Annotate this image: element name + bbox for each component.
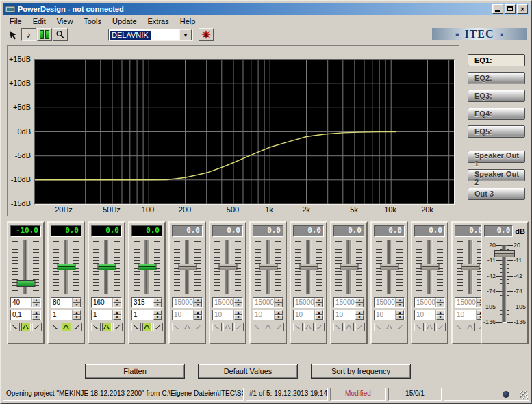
bell-filter-button[interactable] <box>264 323 273 331</box>
menu-tools[interactable]: Tools <box>78 16 107 27</box>
lowpass-filter-button[interactable] <box>91 323 101 331</box>
eq-select-out-3[interactable]: Out 3 <box>468 188 525 200</box>
spin-down-icon[interactable]: ▼ <box>194 303 202 307</box>
q-spinner[interactable]: 10 ▲ ▼ <box>414 310 445 320</box>
gain-slider[interactable] <box>292 238 325 296</box>
highpass-filter-button[interactable] <box>275 323 284 331</box>
bell-filter-button[interactable] <box>142 323 152 331</box>
spin-up-icon[interactable]: ▲ <box>153 298 162 303</box>
lowpass-filter-button[interactable] <box>414 323 424 331</box>
slider-thumb[interactable] <box>178 264 197 270</box>
eq-select-eq1[interactable]: EQ1: <box>468 54 525 66</box>
gain-slider[interactable] <box>414 238 446 296</box>
title-bar[interactable]: PowerDesign - not connected × <box>3 3 529 15</box>
frequency-spinner[interactable]: 15000 ▲ ▼ <box>212 297 243 308</box>
highpass-filter-button[interactable] <box>73 323 82 331</box>
spin-down-icon[interactable]: ▼ <box>436 315 444 320</box>
frequency-spinner[interactable]: 15000 ▲ ▼ <box>414 297 445 308</box>
lowpass-filter-button[interactable] <box>172 323 181 331</box>
highpass-filter-button[interactable] <box>355 323 365 331</box>
connect-button[interactable] <box>199 28 214 41</box>
q-spinner[interactable]: 1 ▲ ▼ <box>131 310 162 320</box>
pointer-tool-button[interactable] <box>5 28 21 41</box>
spin-up-icon[interactable]: ▲ <box>113 298 121 303</box>
slider-thumb[interactable] <box>138 264 156 270</box>
bell-filter-button[interactable] <box>21 323 31 331</box>
bell-filter-button[interactable] <box>466 323 475 331</box>
slider-thumb[interactable] <box>461 264 479 270</box>
spin-down-icon[interactable]: ▼ <box>234 315 242 320</box>
bell-filter-button[interactable] <box>425 323 435 331</box>
spin-down-icon[interactable]: ▼ <box>275 303 283 307</box>
eq-select-eq3[interactable]: EQ3: <box>468 90 525 102</box>
pause-button[interactable] <box>37 28 52 41</box>
combo-dropdown-icon[interactable]: ▼ <box>179 29 192 40</box>
menu-file[interactable]: File <box>4 16 27 27</box>
spin-up-icon[interactable]: ▲ <box>73 298 81 303</box>
spin-down-icon[interactable]: ▼ <box>396 315 404 320</box>
spin-down-icon[interactable]: ▼ <box>234 303 242 307</box>
q-spinner[interactable]: 0,1 ▲ ▼ <box>10 310 41 320</box>
spin-up-icon[interactable]: ▲ <box>32 310 40 315</box>
eq-select-speaker-out-2[interactable]: Speaker Out 2 <box>468 169 525 181</box>
bell-filter-button[interactable] <box>304 323 314 331</box>
highpass-filter-button[interactable] <box>436 323 446 331</box>
bell-filter-button[interactable] <box>344 323 354 331</box>
highpass-filter-button[interactable] <box>396 323 405 331</box>
lowpass-filter-button[interactable] <box>51 323 60 331</box>
gain-slider[interactable] <box>50 238 82 296</box>
spin-down-icon[interactable]: ▼ <box>153 303 162 307</box>
spin-down-icon[interactable]: ▼ <box>396 303 404 307</box>
highpass-filter-button[interactable] <box>315 323 325 331</box>
frequency-spinner[interactable]: 160 ▲ ▼ <box>91 297 122 308</box>
slider-thumb[interactable] <box>259 264 277 270</box>
spin-up-icon[interactable]: ▲ <box>194 310 202 315</box>
gain-slider[interactable] <box>90 238 123 296</box>
q-spinner[interactable]: 1 ▲ ▼ <box>91 310 122 320</box>
default-values-button[interactable]: Default Values <box>198 364 298 379</box>
frequency-spinner[interactable]: 315 ▲ ▼ <box>131 297 162 308</box>
highpass-filter-button[interactable] <box>113 323 123 331</box>
master-thumb[interactable] <box>494 250 515 257</box>
spin-up-icon[interactable]: ▲ <box>396 298 404 303</box>
highpass-filter-button[interactable] <box>194 323 203 331</box>
gain-slider[interactable] <box>373 238 405 296</box>
spin-down-icon[interactable]: ▼ <box>355 315 364 320</box>
highpass-filter-button[interactable] <box>153 323 163 331</box>
q-spinner[interactable]: 10 ▲ ▼ <box>293 310 324 320</box>
menu-view[interactable]: View <box>51 16 79 27</box>
spin-up-icon[interactable]: ▲ <box>436 310 444 315</box>
spin-down-icon[interactable]: ▼ <box>113 303 121 307</box>
highpass-filter-button[interactable] <box>32 323 42 331</box>
frequency-spinner[interactable]: 40 ▲ ▼ <box>10 297 41 308</box>
spin-down-icon[interactable]: ▼ <box>315 315 323 320</box>
resize-grip[interactable] <box>520 391 528 399</box>
spin-down-icon[interactable]: ▼ <box>315 303 323 307</box>
gain-slider[interactable] <box>212 238 244 296</box>
spin-down-icon[interactable]: ▼ <box>436 303 444 307</box>
gain-slider[interactable] <box>333 238 365 296</box>
eq-select-eq4[interactable]: EQ4: <box>468 108 525 120</box>
frequency-spinner[interactable]: 15000 ▲ ▼ <box>253 297 283 308</box>
spin-down-icon[interactable]: ▼ <box>73 315 81 320</box>
spin-down-icon[interactable]: ▼ <box>32 303 40 307</box>
minimize-button[interactable] <box>492 4 503 14</box>
lowpass-filter-button[interactable] <box>333 323 343 331</box>
lowpass-filter-button[interactable] <box>293 323 303 331</box>
slider-thumb[interactable] <box>420 264 439 270</box>
spin-up-icon[interactable]: ▲ <box>234 298 242 303</box>
spin-up-icon[interactable]: ▲ <box>73 310 81 315</box>
spin-up-icon[interactable]: ▲ <box>32 298 40 303</box>
lowpass-filter-button[interactable] <box>131 323 141 331</box>
spin-up-icon[interactable]: ▲ <box>194 298 202 303</box>
bell-filter-button[interactable] <box>102 323 112 331</box>
frequency-spinner[interactable]: 15000 ▲ ▼ <box>333 297 364 308</box>
menu-update[interactable]: Update <box>107 16 142 27</box>
maximize-button[interactable] <box>505 4 516 14</box>
spin-down-icon[interactable]: ▼ <box>355 303 364 307</box>
spin-up-icon[interactable]: ▲ <box>315 310 323 315</box>
gain-slider[interactable] <box>252 238 284 296</box>
gain-slider[interactable] <box>10 238 42 296</box>
q-spinner[interactable]: 10 ▲ ▼ <box>333 310 364 320</box>
slider-thumb[interactable] <box>299 264 318 270</box>
